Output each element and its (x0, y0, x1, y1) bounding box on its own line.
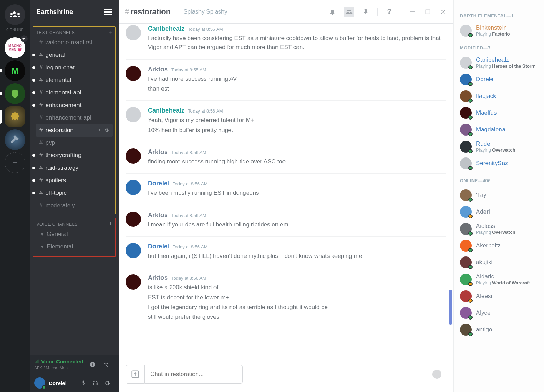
message-author[interactable]: Dorelei (148, 180, 169, 187)
member-row[interactable]: antigo (459, 321, 539, 338)
member-row[interactable]: Aderi (459, 203, 539, 220)
disconnect-voice-button[interactable] (103, 359, 114, 370)
member-row[interactable]: CanibehealzPlaying Heroes of the Storm (459, 54, 539, 71)
message-avatar[interactable] (126, 243, 141, 258)
invite-icon[interactable] (95, 128, 101, 133)
user-settings-button[interactable] (104, 378, 114, 388)
message-author[interactable]: Dorelei (148, 243, 169, 250)
channel-enhancement-apl[interactable]: #enhancement-apl (36, 112, 113, 124)
message-author[interactable]: Canibehealz (148, 107, 184, 114)
channel-elemental[interactable]: #elemental (36, 74, 113, 86)
window-maximize[interactable] (424, 8, 432, 16)
help-button[interactable]: ? (385, 8, 393, 16)
channel-welcome-readfirst[interactable]: #welcome-readfirst (36, 36, 113, 49)
server-header[interactable]: Earthshrine (30, 0, 119, 24)
member-row[interactable]: AldaricPlaying World of Warcraft (459, 271, 539, 288)
message-author[interactable]: Arktos (148, 274, 168, 282)
channel-off-topic[interactable]: #off-topic (36, 187, 113, 199)
member-row[interactable]: AiolossPlaying Overwatch (459, 220, 539, 237)
channel-pvp[interactable]: #pvp (36, 137, 113, 149)
voice-channel-label: General (47, 231, 68, 238)
server-m[interactable]: M (5, 60, 25, 81)
message-avatar[interactable] (126, 148, 141, 164)
member-row[interactable]: Maelfus (459, 105, 539, 121)
voice-info-button[interactable] (89, 359, 101, 370)
member-avatar (460, 57, 472, 69)
message-avatar[interactable] (126, 274, 141, 290)
member-row[interactable]: Magdalena (459, 121, 539, 138)
upload-button[interactable] (126, 365, 144, 384)
member-row[interactable]: Dorelei (459, 71, 539, 88)
add-text-channel-button[interactable]: + (109, 29, 113, 36)
message-list[interactable]: CanibehealzToday at 8:55 AMI actually ha… (119, 24, 453, 365)
notifications-button[interactable] (328, 8, 336, 16)
message-avatar[interactable] (126, 25, 141, 40)
member-row[interactable]: Akerbeltz (459, 237, 539, 254)
voice-channel-general[interactable]: ▾General (36, 228, 112, 240)
message: CanibehealzToday at 8:56 AMYeah, Vigor i… (126, 100, 446, 142)
server-tree[interactable] (5, 83, 25, 104)
voice-channels-section: VOICE CHANNELS + ▾General▾Elemental (33, 218, 116, 257)
channel-label: spoilers (45, 177, 66, 184)
channel-moderately[interactable]: #moderately (36, 199, 113, 212)
home-server[interactable] (5, 4, 25, 25)
member-row[interactable]: RudePlaying Overwatch (459, 138, 539, 155)
window-minimize[interactable] (409, 8, 416, 16)
member-row[interactable]: BinkensteinPlaying Factorio (459, 22, 539, 39)
member-row[interactable]: SerenitySaz (459, 155, 539, 172)
channel-elemental-apl[interactable]: #elemental-apl (36, 86, 113, 99)
hash-icon: # (39, 202, 43, 209)
server-earthshrine[interactable] (5, 106, 25, 127)
add-server-button[interactable]: + (5, 152, 25, 173)
message-author[interactable]: Arktos (148, 148, 168, 156)
channels-scroll[interactable]: TEXT CHANNELS + #welcome-readfirst#gener… (30, 24, 119, 355)
member-avatar (460, 90, 472, 102)
deafen-button[interactable] (92, 378, 103, 388)
member-row[interactable]: flapjack (459, 88, 539, 105)
hamburger-icon[interactable] (104, 9, 112, 15)
channel-legion-chat[interactable]: #legion-chat (36, 61, 113, 74)
member-avatar (460, 25, 472, 37)
message-content: Yeah, Vigor is my preferred talent for M… (148, 116, 446, 135)
server-hammer[interactable] (5, 129, 25, 150)
emoji-picker-button[interactable] (432, 370, 441, 379)
scrollbar-thumb[interactable] (449, 290, 452, 325)
gear-icon[interactable] (104, 128, 109, 133)
member-row[interactable]: akujiki (459, 254, 539, 271)
add-voice-channel-button[interactable]: + (108, 221, 112, 228)
member-row[interactable]: Aleesi (459, 288, 539, 305)
message: DoreleiToday at 8:56 AMbut then again, i… (126, 236, 446, 268)
member-list[interactable]: DARTH ELEMENTAL—1BinkensteinPlaying Fact… (453, 0, 544, 392)
message-author[interactable]: Arktos (148, 66, 168, 73)
channel-theorycrafting[interactable]: #theorycrafting (36, 149, 113, 162)
window-close[interactable] (439, 8, 447, 16)
member-avatar (460, 256, 472, 268)
message-avatar[interactable] (126, 212, 141, 227)
pin-icon (362, 8, 369, 16)
message-avatar[interactable] (126, 180, 141, 195)
member-avatar (460, 107, 472, 119)
channel-general[interactable]: #general (36, 49, 113, 61)
message-author[interactable]: Arktos (148, 212, 168, 219)
channel-spoilers[interactable]: #spoilers (36, 174, 113, 187)
people-icon (345, 8, 353, 15)
user-avatar[interactable] (34, 377, 45, 389)
channel-raid-strategy[interactable]: #raid-strategy (36, 162, 113, 174)
chevron-down-icon: ▾ (41, 244, 43, 249)
message-avatar[interactable] (126, 66, 141, 81)
channel-restoration[interactable]: #restoration (36, 124, 113, 137)
member-row[interactable]: Alyce (459, 305, 539, 321)
pins-button[interactable] (362, 8, 370, 16)
message-input[interactable] (144, 365, 243, 384)
mute-button[interactable] (80, 378, 91, 388)
channel-enhancement[interactable]: #enhancement (36, 99, 113, 112)
message-avatar[interactable] (126, 107, 141, 122)
shield-icon (10, 89, 20, 99)
member-row[interactable]: 'Tay (459, 187, 539, 203)
voice-channel-elemental[interactable]: ▾Elemental (36, 240, 112, 253)
member-list-toggle[interactable] (344, 7, 354, 17)
message-content: i mean if your dps are full health rolli… (148, 220, 446, 229)
hash-icon: # (39, 177, 43, 184)
server-macho-men[interactable]: MACHOMEN 💗 (5, 37, 25, 58)
message-author[interactable]: Canibehealz (148, 25, 184, 32)
